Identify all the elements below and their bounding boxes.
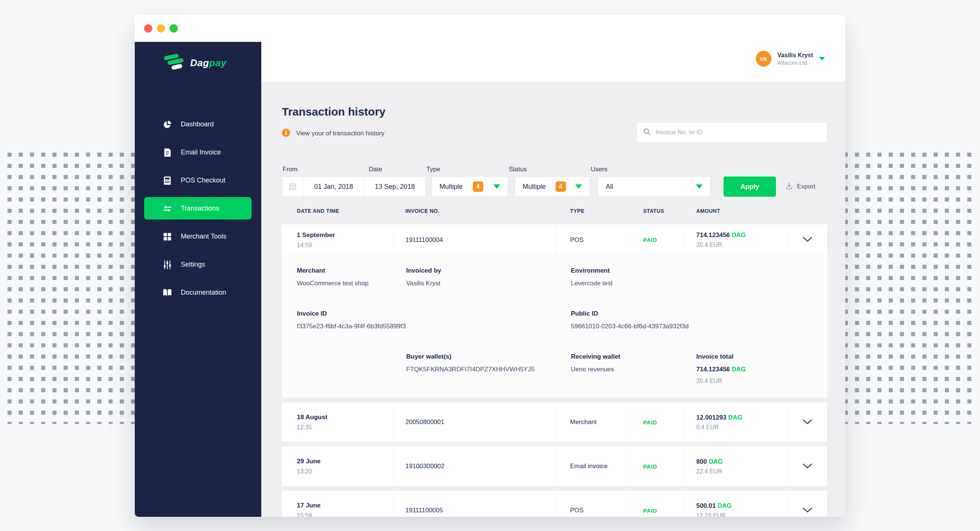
to-date-field[interactable]: 13 Sep, 2018 xyxy=(364,177,426,196)
transaction-history-page: Transaction history View your of transac… xyxy=(261,81,845,517)
cell-status: PAID xyxy=(630,447,683,486)
row-invoice-no: 19111100005 xyxy=(406,507,557,514)
cell-date: 17 June 15:59 xyxy=(282,491,394,517)
close-window-button[interactable] xyxy=(144,24,152,33)
maximize-window-button[interactable] xyxy=(170,24,178,33)
app-body: Dagpay Dashboard Email Invoice xyxy=(135,42,845,517)
status-badge: PAID xyxy=(643,419,683,426)
invoiced-by-label: Invoiced by xyxy=(406,267,571,274)
row-invoice-no: 19111100004 xyxy=(406,236,557,244)
minimize-window-button[interactable] xyxy=(157,24,165,33)
page-title: Transaction history xyxy=(282,105,385,118)
sidebar-item-documentation[interactable]: Documentation xyxy=(135,279,261,307)
sidebar-item-label: POS Checkout xyxy=(181,176,225,184)
row-date: 29 June xyxy=(297,458,394,465)
cell-type: POS xyxy=(557,224,630,255)
info-icon xyxy=(282,128,290,138)
collapse-row-button[interactable] xyxy=(799,233,816,247)
sidebar-item-label: Email Invoice xyxy=(181,149,221,156)
transactions-icon xyxy=(163,204,172,213)
expand-row-button[interactable] xyxy=(799,415,816,429)
cell-invoice: 19111100005 xyxy=(394,491,557,517)
row-type: POS xyxy=(570,236,630,244)
detail-section-wallets: Buyer wallet(s) FTQK5FKRNA3RDFI7I4DPZ7XH… xyxy=(297,341,816,398)
table-row[interactable]: 17 June 15:59 19111100005 POS PAID xyxy=(282,491,827,517)
dagpay-wordmark: Dagpay xyxy=(190,57,226,69)
from-date-field[interactable]: 01 Jan, 2018 xyxy=(303,177,364,196)
sidebar-item-pos-checkout[interactable]: POS Checkout xyxy=(135,166,261,195)
from-label: From xyxy=(283,166,298,173)
row-amount-eur: 0.4 EUR xyxy=(696,424,787,431)
cell-date: 18 August 12:35 xyxy=(282,403,394,442)
top-header: VK Vasilis Kryst Alfacom Ltd xyxy=(261,42,845,81)
row-date: 17 June xyxy=(297,502,394,509)
sidebar-menu: Dashboard Email Invoice POS Checkout xyxy=(135,110,261,307)
table-row[interactable]: 1 September 14:59 19111100004 POS PAID xyxy=(282,224,827,256)
sidebar-item-transactions[interactable]: Transactions xyxy=(135,195,261,222)
sidebar-item-email-invoice[interactable]: Email Invoice xyxy=(135,138,261,166)
expand-row-button[interactable] xyxy=(799,504,816,517)
column-header-status: STATUS xyxy=(630,208,683,214)
merchant-tools-icon xyxy=(163,232,172,241)
type-dropdown[interactable]: Multiple 4 xyxy=(432,176,508,197)
row-amount-dag: 500.01 DAG xyxy=(696,502,787,510)
sidebar-item-label: Dashboard xyxy=(181,120,214,128)
dot-pattern-left xyxy=(8,152,138,424)
sidebar-item-label: Settings xyxy=(181,261,205,268)
expand-row-button[interactable] xyxy=(799,460,816,473)
cell-amount: 800 DAG 22.4 EUR xyxy=(683,447,787,486)
row-date: 18 August xyxy=(297,414,394,421)
transaction-card-expanded: 1 September 14:59 19111100004 POS PAID xyxy=(282,224,827,398)
buyer-wallet-value: FTQK5FKRNA3RDFI7I4DPZ7XHHVWH5YJ5 xyxy=(406,366,571,373)
export-button[interactable]: Export xyxy=(785,176,815,197)
documentation-icon xyxy=(163,288,172,297)
sidebar-item-settings[interactable]: Settings xyxy=(135,250,261,279)
users-dropdown[interactable]: All xyxy=(598,176,711,197)
traffic-lights xyxy=(144,24,178,33)
sidebar-item-dashboard[interactable]: Dashboard xyxy=(135,110,261,138)
users-filter-group: Users All xyxy=(590,166,711,197)
detail-field-invoice-id: Invoice ID f3375e23-f6bf-4c3a-9f4f-6b3fd… xyxy=(297,310,571,330)
row-time: 14:59 xyxy=(297,242,394,249)
table-row[interactable]: 18 August 12:35 20050800001 Merchant PAI… xyxy=(282,403,827,442)
user-company: Alfacom Ltd xyxy=(778,59,813,66)
status-dropdown[interactable]: Multiple 4 xyxy=(515,176,590,197)
cell-status: PAID xyxy=(630,491,683,517)
export-label: Export xyxy=(797,183,815,190)
table-row[interactable]: 29 June 13:20 19100300002 Email invoice … xyxy=(282,447,827,486)
environment-label: Environment xyxy=(571,267,816,274)
search-icon xyxy=(643,127,651,137)
cell-status: PAID xyxy=(630,403,683,442)
sidebar-item-merchant-tools[interactable]: Merchant Tools xyxy=(135,222,261,250)
dot-pattern-right xyxy=(844,152,975,424)
status-label: Status xyxy=(509,166,527,173)
sidebar-item-label: Transactions xyxy=(181,204,219,212)
cell-invoice: 19100300002 xyxy=(394,447,557,486)
row-time: 12:35 xyxy=(297,424,394,431)
main-column: VK Vasilis Kryst Alfacom Ltd Transaction… xyxy=(261,42,845,517)
row-time: 13:20 xyxy=(297,468,394,475)
type-value: Multiple xyxy=(439,183,463,191)
user-menu[interactable]: VK Vasilis Kryst Alfacom Ltd xyxy=(756,51,825,67)
row-type: Email invoice xyxy=(570,463,630,470)
users-label: Users xyxy=(591,166,607,173)
cell-type: POS xyxy=(557,491,630,517)
transaction-card: 18 August 12:35 20050800001 Merchant PAI… xyxy=(282,403,827,442)
sidebar: Dagpay Dashboard Email Invoice xyxy=(135,42,261,517)
apply-button[interactable]: Apply xyxy=(724,176,776,197)
calendar-button[interactable] xyxy=(282,177,303,196)
dagpay-logo: Dagpay xyxy=(164,52,226,73)
page-title-block: Transaction history View your of transac… xyxy=(282,105,385,138)
transaction-detail-panel: Merchant WooCommerce test shop Invoiced … xyxy=(282,256,827,398)
page-subtitle: View your of transaction history xyxy=(296,130,385,137)
status-dropdown-chevron-icon xyxy=(575,184,582,189)
row-amount-dag: 800 DAG xyxy=(696,458,787,466)
filter-bar: From Date 01 Jan, 2018 13 Sep, 2018 Type xyxy=(282,166,827,197)
cell-amount: 500.01 DAG 12.23 EUR xyxy=(683,491,787,517)
date-range-group: From Date 01 Jan, 2018 13 Sep, 2018 xyxy=(282,166,426,197)
detail-field-invoice-total: Invoice total 714.123456 DAG 20.4 EUR xyxy=(696,353,816,384)
row-invoice-no: 20050800001 xyxy=(406,418,557,426)
column-header-amount: AMOUNT xyxy=(683,208,787,214)
search-input[interactable] xyxy=(655,128,821,136)
cell-amount: 714.123456 DAG 20.4 EUR xyxy=(683,224,787,255)
